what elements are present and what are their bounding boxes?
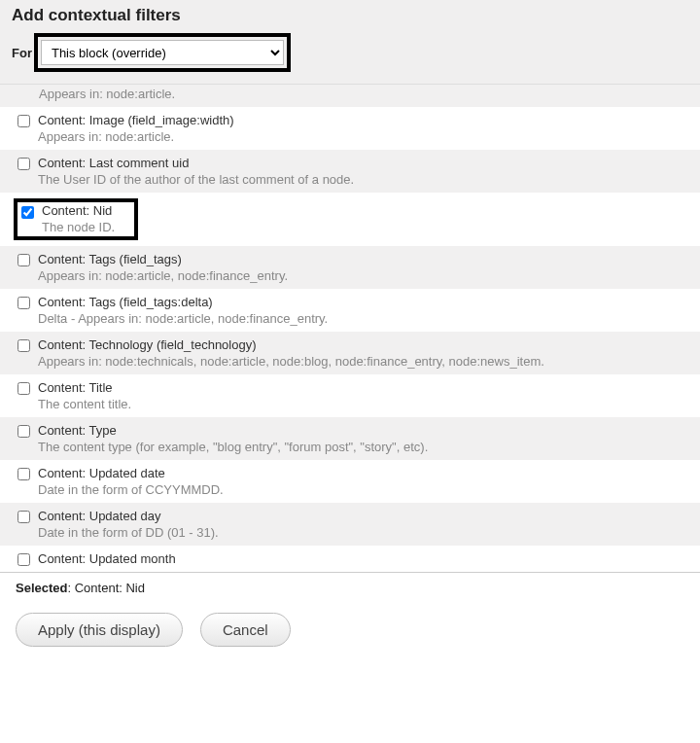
override-select[interactable]: This block (override) bbox=[41, 40, 284, 65]
filter-text: Content: NidThe node ID. bbox=[42, 203, 115, 234]
filter-desc: The node ID. bbox=[42, 220, 115, 234]
filter-desc: Delta - Appears in: node:article, node:f… bbox=[38, 311, 688, 326]
filter-label: Content: Type bbox=[38, 423, 688, 438]
filter-text: Content: Updated dayDate in the form of … bbox=[38, 509, 688, 540]
filter-row: Content: Tags (field_tags:delta)Delta - … bbox=[0, 289, 700, 332]
selected-value: Content: Nid bbox=[75, 581, 145, 595]
filter-text: Content: TypeThe content type (for examp… bbox=[38, 423, 688, 454]
filter-row: Content: Last comment uidThe User ID of … bbox=[0, 150, 700, 193]
filter-label: Content: Updated month bbox=[38, 551, 688, 566]
filter-row: Content: TitleThe content title. bbox=[0, 374, 700, 417]
filter-checkbox[interactable] bbox=[18, 297, 30, 309]
filter-checkbox[interactable] bbox=[18, 115, 30, 127]
filter-desc-partial: Appears in: node:article. bbox=[0, 85, 700, 107]
filter-desc: The content title. bbox=[38, 397, 688, 411]
dialog-header: Add contextual filters For This block (o… bbox=[0, 0, 700, 85]
filter-label: Content: Updated date bbox=[38, 466, 688, 480]
apply-button[interactable]: Apply (this display) bbox=[16, 613, 183, 647]
highlight-box-select: This block (override) bbox=[34, 33, 291, 72]
filter-text: Content: Image (field_image:width)Appear… bbox=[38, 113, 688, 144]
filter-label: Content: Updated day bbox=[38, 509, 688, 523]
filter-checkbox[interactable] bbox=[18, 339, 30, 352]
filter-text: Content: Updated dateDate in the form of… bbox=[38, 466, 688, 497]
filter-row: Content: Image (field_image:width)Appear… bbox=[0, 107, 700, 150]
filter-desc: The content type (for example, "blog ent… bbox=[38, 440, 688, 454]
filter-row: Content: Updated dayDate in the form of … bbox=[0, 503, 700, 546]
for-line: For This block (override) bbox=[12, 33, 688, 72]
filter-row: Content: Updated month bbox=[0, 546, 700, 572]
filter-label: Content: Nid bbox=[42, 203, 115, 218]
filter-text: Content: Tags (field_tags:delta)Delta - … bbox=[38, 295, 688, 326]
filter-desc: Date in the form of CCYYMMDD. bbox=[38, 482, 688, 497]
filter-label: Content: Tags (field_tags) bbox=[38, 252, 688, 266]
filter-text: Content: Tags (field_tags)Appears in: no… bbox=[38, 252, 688, 283]
filter-label: Content: Image (field_image:width) bbox=[38, 113, 688, 127]
filter-row: Content: Technology (field_technology)Ap… bbox=[0, 332, 700, 374]
filter-list: Content: Image (field_image:width)Appear… bbox=[0, 107, 700, 572]
filter-checkbox[interactable] bbox=[21, 206, 34, 219]
filter-desc: Appears in: node:article. bbox=[38, 129, 688, 144]
filter-desc: Appears in: node:article, node:finance_e… bbox=[38, 268, 688, 283]
selected-label: Selected bbox=[16, 581, 67, 595]
filter-label: Content: Technology (field_technology) bbox=[38, 337, 688, 352]
filter-checkbox[interactable] bbox=[18, 511, 30, 523]
filter-desc: Appears in: node:technicals, node:articl… bbox=[38, 354, 688, 369]
filter-checkbox[interactable] bbox=[18, 553, 30, 566]
filter-desc: Date in the form of DD (01 - 31). bbox=[38, 525, 688, 540]
filter-checkbox[interactable] bbox=[18, 158, 30, 170]
selected-bar: Selected: Content: Nid bbox=[0, 572, 700, 603]
highlight-box-nid: Content: NidThe node ID. bbox=[14, 198, 138, 240]
cancel-button[interactable]: Cancel bbox=[200, 613, 291, 647]
filter-text: Content: Technology (field_technology)Ap… bbox=[38, 337, 688, 369]
filter-checkbox[interactable] bbox=[18, 382, 30, 395]
filter-checkbox[interactable] bbox=[18, 468, 30, 480]
selected-colon: : bbox=[67, 581, 74, 595]
dialog-title: Add contextual filters bbox=[12, 6, 688, 25]
filter-checkbox[interactable] bbox=[18, 425, 30, 438]
for-label: For bbox=[12, 46, 32, 60]
filter-label: Content: Last comment uid bbox=[38, 156, 688, 170]
filter-row: Content: TypeThe content type (for examp… bbox=[0, 417, 700, 460]
filter-text: Content: TitleThe content title. bbox=[38, 380, 688, 411]
filter-text: Content: Updated month bbox=[38, 551, 688, 566]
filter-checkbox[interactable] bbox=[18, 254, 30, 266]
filter-row: Content: Tags (field_tags)Appears in: no… bbox=[0, 246, 700, 289]
filter-row: Content: Updated dateDate in the form of… bbox=[0, 460, 700, 503]
filter-label: Content: Tags (field_tags:delta) bbox=[38, 295, 688, 309]
filter-desc: The User ID of the author of the last co… bbox=[38, 172, 688, 187]
button-bar: Apply (this display) Cancel bbox=[0, 603, 700, 662]
filter-text: Content: Last comment uidThe User ID of … bbox=[38, 156, 688, 187]
filter-row: Content: NidThe node ID. bbox=[0, 193, 700, 246]
filter-label: Content: Title bbox=[38, 380, 688, 395]
